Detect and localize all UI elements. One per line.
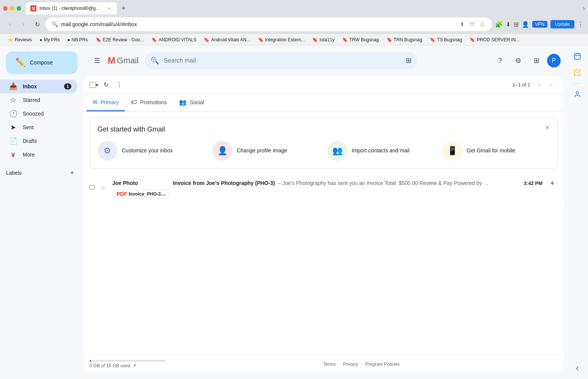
tab-list-chevron[interactable]: › [583, 5, 585, 12]
bookmark-ts-icon: 🔖 [430, 37, 435, 42]
storage-external-icon[interactable]: ↗ [132, 363, 136, 368]
email-subject: Invoice from Joe's Photography (PHO-3) [173, 180, 275, 186]
more-options-btn[interactable]: ⋮ [113, 79, 126, 91]
hamburger-btn[interactable]: ☰ [90, 53, 105, 68]
bookmark-prod-server[interactable]: 🔖 PROD SERVER IN... [467, 36, 522, 43]
attachment-chip[interactable]: PDF Invoice_PHO-3.... [112, 190, 170, 198]
gmail-header: ☰ M Gmail 🔍 ⊞ ? ⚙ ⊞ P [83, 49, 567, 73]
bookmark-android-vitals[interactable]: 🔖 ANDROID VITALS [148, 36, 199, 43]
header-right: ? ⚙ ⊞ P [492, 53, 561, 68]
tab-close-btn[interactable]: × [106, 5, 112, 11]
extensions-icon: 🧩 [495, 21, 503, 28]
privacy-link[interactable]: Privacy [343, 362, 358, 367]
bookmark-ts-bugsnag[interactable]: 🔖 TS Bugsnag [427, 36, 465, 43]
terms-link[interactable]: Terms [323, 362, 336, 367]
select-all-checkbox[interactable]: ▾ [90, 82, 98, 88]
address-bar-icons: ⬆ 🛡 ⚠ [459, 20, 486, 28]
refresh-emails-btn[interactable]: ↻ [100, 79, 112, 91]
vpn-badge[interactable]: VPN [532, 21, 548, 28]
bookmark-tota11y[interactable]: 🔖 tota11y [309, 36, 337, 43]
bookmark-android-an[interactable]: 🔖 Android Vitals AN... [201, 36, 253, 43]
sidebar-item-more[interactable]: ∨ More [0, 148, 77, 161]
apps-btn[interactable]: ⊞ [529, 53, 544, 68]
email-sender: Joe Photo [112, 180, 173, 186]
tab-primary[interactable]: ✉ Primary [86, 94, 125, 111]
prev-page-btn[interactable]: ‹ [533, 79, 546, 91]
select-all-input[interactable] [90, 82, 96, 88]
banner-close-btn[interactable]: × [542, 122, 553, 133]
sidebar-item-sent[interactable]: ➤ Sent [0, 121, 77, 134]
bookmark-my-prs[interactable]: ● My PRs [36, 36, 63, 43]
email-snippet: – Joe's Photography has sent you an invo… [278, 180, 489, 186]
bookmark-trw-bugsnag[interactable]: 🔖 TRW Bugsnag [339, 36, 382, 43]
help-btn[interactable]: ? [492, 53, 508, 68]
share-icon[interactable]: ⬆ [459, 20, 466, 28]
warning-icon: ⚠ [478, 20, 486, 28]
search-bar[interactable]: 🔍 ⊞ [145, 52, 418, 69]
address-bar[interactable]: 🔍 mail.google.com/mail/u/4/#inbox ⬆ 🛡 ⚠ [46, 17, 492, 31]
email-content: Invoice from Joe's Photography (PHO-3) –… [173, 180, 524, 186]
compose-button[interactable]: ✏️ Compose [6, 52, 77, 74]
banner-title: Get started with Gmail [97, 125, 550, 133]
program-policies-link[interactable]: Program Policies [365, 362, 400, 367]
active-browser-tab[interactable]: M Inbox (1) - clientphoto80@gm... × [26, 2, 117, 14]
next-page-btn[interactable]: › [546, 79, 558, 91]
search-icon: 🔍 [151, 56, 159, 65]
settings-btn[interactable]: ⚙ [511, 53, 526, 68]
tasks-sidebar-btn[interactable] [570, 65, 585, 80]
bookmark-reviews[interactable]: ⭐ Reviews [5, 36, 35, 43]
email-meta: 3:42 PM + [524, 178, 558, 188]
new-tab-btn[interactable]: + [118, 3, 129, 14]
pagination-text: 1–1 of 1 [513, 82, 530, 88]
sidebar-item-inbox[interactable]: 📥 Inbox 1 [0, 80, 77, 93]
bookmark-e2e[interactable]: 🔖 E2E Review - Goo... [93, 36, 147, 43]
sidebar-item-drafts[interactable]: 📄 Drafts [0, 134, 77, 148]
back-btn[interactable]: ‹ [5, 19, 15, 30]
tab-end-controls: › [583, 5, 585, 12]
change-profile-action[interactable]: 👤 Change profile image [212, 141, 320, 161]
tab-social[interactable]: 👥 Social [173, 94, 210, 111]
contacts-sidebar-btn[interactable] [570, 87, 585, 102]
window-maximize-btn[interactable] [17, 6, 21, 11]
change-profile-icon-circle: 👤 [212, 141, 232, 161]
sidebar: ✏️ Compose 📥 Inbox 1 ☆ Starred 🕐 Snoozed… [0, 45, 83, 379]
url-display: mail.google.com/mail/u/4/#inbox [61, 21, 456, 27]
starred-label: Starred [23, 97, 71, 103]
select-dropdown-arrow[interactable]: ▾ [96, 82, 98, 88]
compose-label: Compose [30, 60, 53, 66]
customize-inbox-action[interactable]: ⚙ Customize your inbox [97, 141, 205, 161]
forward-btn[interactable]: › [18, 19, 29, 30]
browser-menu-chevron[interactable]: ⋮ [577, 21, 583, 28]
bookmark-integration[interactable]: 🔖 Integration Extern... [255, 36, 308, 43]
refresh-btn[interactable]: ↻ [32, 19, 42, 30]
add-label-btn[interactable]: + [67, 168, 77, 178]
search-input[interactable] [164, 57, 401, 64]
expand-sidebar-btn[interactable] [570, 361, 585, 376]
add-person-icon: 👥 [332, 146, 343, 156]
search-filter-icon[interactable]: ⊞ [406, 56, 412, 65]
labels-header: Labels + [6, 164, 77, 181]
get-mobile-action[interactable]: 📱 Get Gmail for mobile [442, 141, 550, 161]
bookmark-nb-prs[interactable]: ● NB PRs [64, 36, 91, 43]
email-checkbox[interactable] [90, 185, 97, 191]
primary-tab-label: Primary [101, 99, 119, 105]
bookmark-integration-icon: 🔖 [258, 37, 264, 42]
sidebar-item-starred[interactable]: ☆ Starred [0, 93, 77, 107]
import-contacts-action[interactable]: 👥 Import contacts and mail [327, 141, 435, 161]
search-icon: 🔍 [52, 21, 58, 27]
star-btn[interactable]: ☆ [100, 185, 109, 192]
tab-promotions[interactable]: 🏷 Promotions [125, 94, 173, 111]
bookmark-trn-bugsnag[interactable]: 🔖 TRN Bugsnag [384, 36, 425, 43]
table-row[interactable]: ☆ Joe Photo Invoice from Joe's Photograp… [83, 175, 564, 202]
add-to-col-btn[interactable]: + [547, 178, 558, 188]
email-select-input[interactable] [90, 185, 94, 190]
sidebar-item-snoozed[interactable]: 🕐 Snoozed [0, 107, 77, 121]
window-close-btn[interactable] [3, 6, 8, 11]
bookmark-tota11y-icon: 🔖 [312, 37, 318, 42]
avatar-btn[interactable]: P [547, 54, 561, 67]
calendar-sidebar-btn[interactable] [570, 49, 585, 64]
update-btn[interactable]: Update [550, 20, 574, 28]
email-footer: 0 GB of 15 GB used ↗ Terms · Privacy · P… [83, 355, 564, 373]
footer-sep-2: · [361, 362, 362, 367]
window-minimize-btn[interactable] [10, 6, 14, 11]
